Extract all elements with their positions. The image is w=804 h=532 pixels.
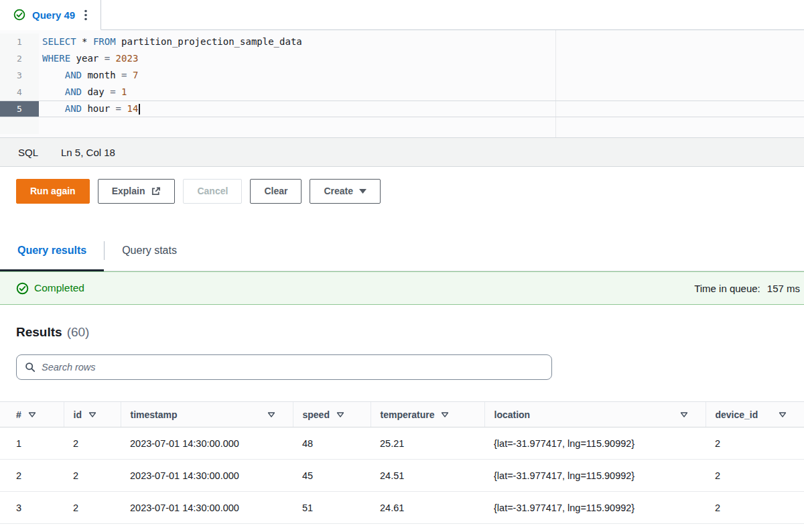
line-number: 3 — [0, 67, 39, 84]
results-count: (60) — [67, 325, 90, 340]
tab-query-stats-label: Query stats — [122, 245, 177, 257]
line-number: 1 — [0, 34, 39, 50]
results-tab-bar: Query results Query stats — [0, 230, 804, 271]
column-header-timestamp[interactable]: timestamp — [121, 402, 293, 427]
create-button-label: Create — [324, 186, 353, 197]
code-line: 4 AND day = 1 — [0, 84, 804, 101]
cell-index: 1 — [0, 427, 64, 460]
explain-button-label: Explain — [112, 186, 145, 197]
filter-caret-icon[interactable] — [267, 412, 275, 417]
tab-query-results-label: Query results — [17, 245, 86, 257]
code-text: AND day = 1 — [39, 84, 804, 101]
cell-temperature: 24.51 — [371, 460, 484, 492]
column-label: device_id — [716, 409, 758, 420]
clear-button[interactable]: Clear — [250, 179, 302, 204]
results-table: # id timestamp speed temperature locatio… — [0, 401, 804, 524]
table-row: 2 2 2023-07-01 14:30:00.000 45 24.51 {la… — [0, 460, 804, 492]
cursor-position-label: Ln 5, Col 18 — [61, 147, 115, 158]
search-row — [0, 354, 804, 380]
cell-id: 2 — [64, 460, 121, 492]
query-tab-label: Query 49 — [32, 9, 75, 21]
create-button[interactable]: Create — [310, 179, 381, 204]
cell-id: 2 — [64, 492, 121, 524]
table-row: 3 2 2023-07-01 14:30:00.000 51 24.61 {la… — [0, 492, 804, 524]
cell-speed: 48 — [293, 427, 371, 460]
cell-index: 2 — [0, 460, 64, 492]
cell-speed: 51 — [293, 492, 371, 524]
code-text — [39, 117, 804, 134]
code-text: AND hour = 14 — [39, 101, 804, 117]
line-number: 4 — [0, 84, 39, 101]
explain-button[interactable]: Explain — [98, 179, 176, 204]
cell-index: 3 — [0, 492, 64, 524]
cell-timestamp: 2023-07-01 14:30:00.000 — [121, 492, 293, 524]
tab-query-stats[interactable]: Query stats — [105, 230, 194, 271]
results-heading: Results (60) — [0, 305, 804, 354]
status-completed-label: Completed — [34, 282, 84, 294]
filter-caret-icon[interactable] — [680, 412, 688, 417]
check-circle-icon — [16, 282, 29, 295]
query-status-banner: Completed Time in queue: 157 ms — [0, 271, 804, 305]
status-completed: Completed — [16, 282, 84, 295]
cell-location: {lat=-31.977417, lng=115.90992} — [484, 492, 706, 524]
search-rows-input[interactable] — [42, 362, 543, 373]
check-circle-icon — [13, 9, 25, 21]
filter-caret-icon[interactable] — [336, 412, 344, 417]
editor-language-label: SQL — [18, 147, 38, 158]
time-in-queue: Time in queue: 157 ms — [694, 283, 800, 294]
editor-status-bar: SQL Ln 5, Col 18 — [0, 137, 804, 167]
tab-query-49[interactable]: Query 49 — [0, 0, 101, 30]
column-header-temperature[interactable]: temperature — [371, 402, 484, 427]
code-text: WHERE year = 2023 — [39, 50, 804, 67]
filter-caret-icon[interactable] — [779, 412, 787, 417]
cell-device-id: 2 — [706, 460, 804, 492]
time-in-queue-value: 157 ms — [767, 283, 800, 294]
cell-location: {lat=-31.977417, lng=115.90992} — [484, 460, 706, 492]
filter-caret-icon[interactable] — [28, 412, 36, 417]
filter-caret-icon[interactable] — [88, 412, 96, 417]
code-line-active: 5 AND hour = 14 — [0, 101, 804, 117]
filter-caret-icon[interactable] — [441, 412, 449, 417]
column-label: id — [74, 409, 82, 420]
column-header-device-id[interactable]: device_id — [706, 402, 804, 427]
external-link-icon — [151, 186, 161, 196]
code-text: SELECT * FROM partition_projection_sampl… — [39, 34, 804, 50]
column-label: timestamp — [131, 409, 178, 420]
cell-temperature: 25.21 — [371, 427, 484, 460]
cell-timestamp: 2023-07-01 14:30:00.000 — [121, 460, 293, 492]
text-cursor — [139, 104, 140, 115]
column-header-id[interactable]: id — [64, 402, 121, 427]
table-header-row: # id timestamp speed temperature locatio… — [0, 402, 804, 427]
kebab-menu-icon[interactable] — [82, 8, 90, 22]
code-line: 2 WHERE year = 2023 — [0, 50, 804, 67]
code-line: 3 AND month = 7 — [0, 67, 804, 84]
search-box[interactable] — [16, 354, 552, 380]
caret-down-icon — [359, 189, 366, 194]
time-in-queue-label: Time in queue: — [694, 283, 760, 294]
cell-device-id: 2 — [706, 427, 804, 460]
run-again-button[interactable]: Run again — [16, 179, 90, 204]
code-line-empty — [0, 117, 804, 134]
code-text: AND month = 7 — [39, 67, 804, 84]
line-number: 5 — [0, 101, 39, 117]
cell-speed: 45 — [293, 460, 371, 492]
line-number: 2 — [0, 50, 39, 67]
results-title-text: Results — [16, 325, 62, 340]
column-label: temperature — [381, 409, 435, 420]
search-icon — [25, 362, 36, 373]
column-header-location[interactable]: location — [484, 402, 706, 427]
cancel-button[interactable]: Cancel — [183, 179, 242, 204]
column-header-speed[interactable]: speed — [293, 402, 371, 427]
column-label: speed — [303, 409, 330, 420]
code-line: 1 SELECT * FROM partition_projection_sam… — [0, 34, 804, 50]
cell-device-id: 2 — [706, 492, 804, 524]
cell-timestamp: 2023-07-01 14:30:00.000 — [121, 427, 293, 460]
line-number-empty — [0, 117, 39, 134]
cell-temperature: 24.61 — [371, 492, 484, 524]
cell-location: {lat=-31.977417, lng=115.90992} — [484, 427, 706, 460]
column-header-index[interactable]: # — [0, 402, 64, 427]
tab-query-results[interactable]: Query results — [0, 230, 104, 271]
column-label: location — [494, 409, 531, 420]
sql-editor[interactable]: 1 SELECT * FROM partition_projection_sam… — [0, 30, 804, 137]
query-tab-bar: Query 49 — [0, 0, 804, 30]
